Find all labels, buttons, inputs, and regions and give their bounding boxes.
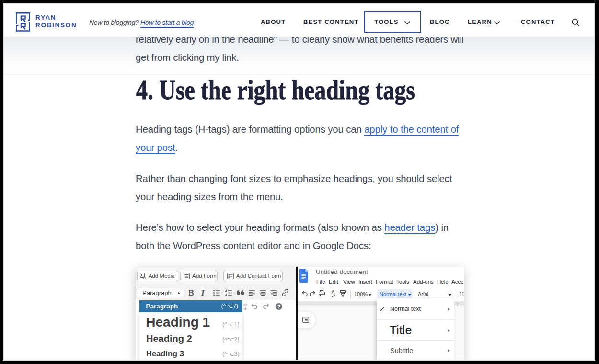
svg-text:A: A <box>331 290 335 295</box>
svg-text:?: ? <box>277 304 280 309</box>
